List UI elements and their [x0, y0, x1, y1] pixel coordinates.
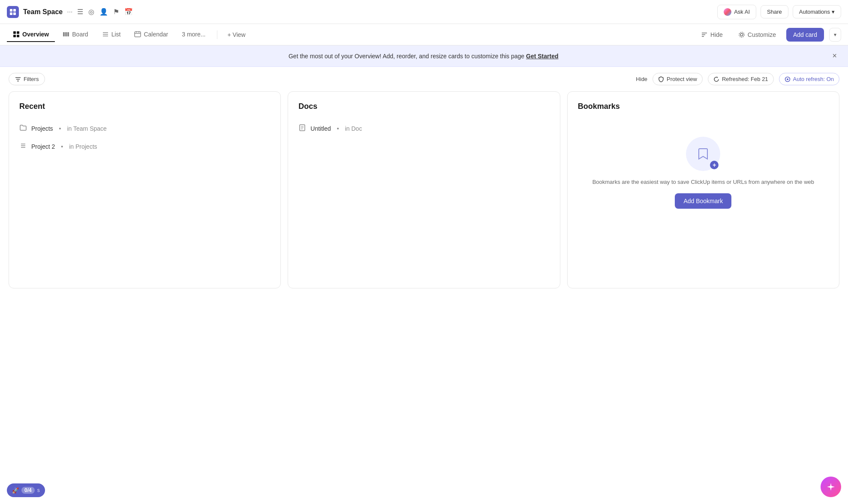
automations-button[interactable]: Automations ▾ [793, 5, 841, 18]
customize-label: Customize [748, 31, 776, 38]
svg-rect-8 [63, 32, 65, 36]
list-item[interactable]: Project 2 • in Projects [19, 138, 270, 156]
list-item[interactable]: Untitled • in Doc [298, 120, 549, 138]
recent-item-1-name: Projects [31, 125, 53, 132]
ai-icon [724, 8, 731, 16]
filters-label: Filters [24, 76, 39, 82]
recent-item-2-name: Project 2 [31, 143, 55, 150]
banner-text: Get the most out of your Overview! Add, … [17, 53, 830, 60]
filters-button[interactable]: Filters [9, 73, 45, 85]
banner-close-button[interactable]: × [830, 51, 839, 60]
automations-label: Automations [799, 9, 830, 15]
refreshed-button[interactable]: Refreshed: Feb 21 [708, 73, 774, 85]
filter-icon [15, 76, 21, 82]
docs-item-1-location: in Doc [345, 125, 362, 132]
list-view-icon [19, 142, 27, 151]
filter-bar: Filters Hide Protect view Refreshed: Feb… [0, 67, 848, 91]
svg-rect-10 [67, 32, 69, 36]
tab-list-label: List [111, 31, 121, 38]
info-banner: Get the most out of your Overview! Add, … [0, 45, 848, 67]
list-icon[interactable]: ☰ [77, 8, 83, 16]
recent-card: Recent Projects • in Team Space Project … [9, 91, 281, 288]
tab-list[interactable]: List [96, 27, 127, 42]
svg-rect-6 [13, 35, 16, 37]
svg-point-22 [739, 32, 744, 37]
ask-ai-button[interactable]: Ask AI [717, 5, 756, 19]
calendar-tab-icon [134, 31, 141, 38]
board-icon [63, 31, 69, 38]
list-tab-icon [102, 31, 109, 38]
shield-icon [658, 76, 664, 82]
bookmarks-description: Bookmarks are the easiest way to save Cl… [592, 178, 814, 186]
svg-rect-0 [10, 9, 12, 12]
hide-label: Hide [710, 31, 723, 38]
auto-refresh-label: Auto refresh: On [793, 76, 834, 82]
bookmarks-card: Bookmarks + Bookmarks are the easiest wa… [567, 91, 839, 288]
flag-icon[interactable]: ⚑ [113, 8, 119, 16]
docs-card-title: Docs [298, 102, 549, 111]
bookmarks-card-title: Bookmarks [578, 102, 829, 111]
protect-view-label: Protect view [667, 76, 697, 82]
tab-calendar[interactable]: Calendar [128, 27, 174, 42]
refreshed-label: Refreshed: Feb 21 [722, 76, 768, 82]
tab-more[interactable]: 3 more... [176, 27, 211, 42]
customize-button[interactable]: Customize [733, 29, 781, 41]
tab-bar: Overview Board List [0, 24, 848, 45]
doc-icon [298, 124, 306, 133]
recent-item-1-location: in Team Space [67, 125, 106, 132]
banner-cta-link[interactable]: Get Started [526, 53, 558, 60]
svg-rect-2 [10, 12, 12, 15]
hide-icon [701, 31, 708, 38]
workspace-title: Team Space [23, 8, 63, 16]
top-bar-left: Team Space ··· ☰ ◎ 👤 ⚑ 📅 [7, 6, 133, 18]
overview-icon [13, 31, 20, 38]
auto-refresh-button[interactable]: Auto refresh: On [779, 73, 839, 85]
dot-separator-docs: • [337, 125, 339, 132]
tab-overview[interactable]: Overview [7, 27, 55, 42]
add-view-button[interactable]: + View [223, 29, 251, 41]
protect-view-button[interactable]: Protect view [653, 73, 703, 85]
tab-overview-label: Overview [22, 31, 49, 38]
list-item[interactable]: Projects • in Team Space [19, 120, 270, 138]
svg-rect-4 [13, 31, 16, 34]
tab-bar-chevron[interactable]: ▾ [829, 28, 841, 42]
bookmark-icon [695, 146, 711, 162]
docs-item-1-name: Untitled [310, 125, 331, 132]
recent-card-title: Recent [19, 102, 270, 111]
dot-separator-1: • [59, 125, 61, 132]
svg-point-27 [787, 78, 788, 80]
top-bar-right: Ask AI Share Automations ▾ [717, 5, 841, 19]
svg-point-21 [740, 33, 743, 36]
svg-rect-3 [13, 12, 16, 15]
tab-calendar-label: Calendar [144, 31, 168, 38]
add-card-button[interactable]: Add card [786, 28, 824, 42]
customize-icon [738, 31, 745, 38]
hide-button[interactable]: Hide [696, 29, 728, 41]
add-card-label: Add card [793, 31, 817, 38]
team-space-icon [7, 6, 19, 18]
top-bar: Team Space ··· ☰ ◎ 👤 ⚑ 📅 Ask AI Share Au… [0, 0, 848, 24]
folder-icon [19, 124, 27, 133]
svg-rect-14 [135, 32, 141, 37]
user-icon[interactable]: 👤 [99, 8, 108, 16]
calendar-icon[interactable]: 📅 [124, 8, 133, 16]
svg-rect-9 [65, 32, 67, 36]
tab-divider [217, 30, 217, 39]
target-icon[interactable]: ◎ [88, 8, 94, 16]
svg-rect-7 [17, 35, 19, 37]
tab-bar-left: Overview Board List [7, 27, 251, 42]
filter-hide-button[interactable]: Hide [636, 76, 647, 82]
filter-bar-right: Hide Protect view Refreshed: Feb 21 Auto… [636, 73, 839, 85]
auto-refresh-icon [785, 76, 791, 82]
svg-rect-1 [13, 9, 16, 12]
add-bookmark-button[interactable]: Add Bookmark [675, 193, 731, 209]
more-options-icon[interactable]: ··· [67, 8, 72, 16]
share-button[interactable]: Share [761, 5, 788, 18]
bookmark-plus-icon: + [710, 161, 719, 169]
tab-board[interactable]: Board [57, 27, 94, 42]
refresh-icon [713, 76, 719, 82]
tab-board-label: Board [72, 31, 88, 38]
tab-bar-right: Hide Customize Add card ▾ [696, 28, 841, 42]
cards-grid: Recent Projects • in Team Space Project … [0, 91, 848, 297]
ask-ai-label: Ask AI [734, 9, 750, 15]
